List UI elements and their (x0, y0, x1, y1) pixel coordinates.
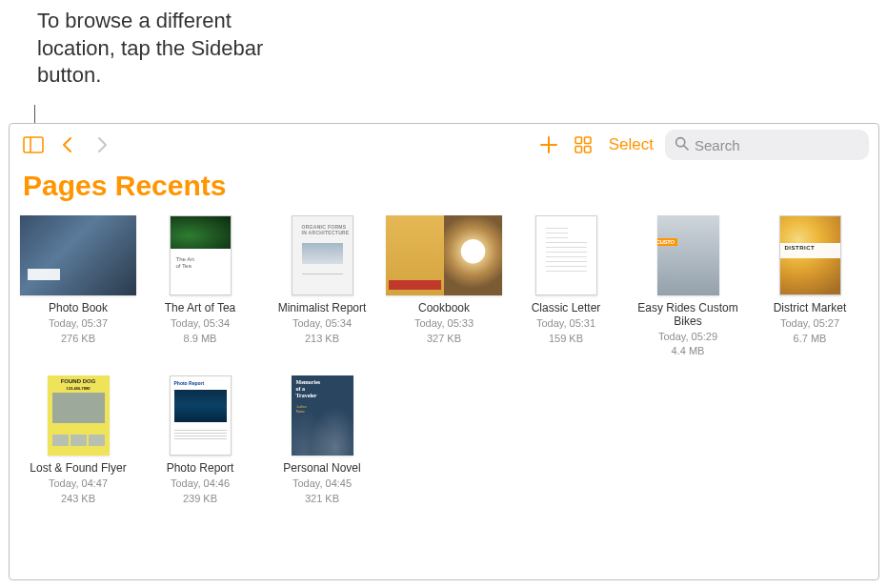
document-time: Today, 04:47 (49, 477, 108, 491)
document-name: Cookbook (418, 302, 470, 315)
back-icon[interactable] (53, 131, 82, 159)
thumbnail (535, 215, 597, 295)
document-item[interactable]: Memoriesof aTravelerAuthorNamePersonal N… (263, 375, 381, 505)
thumbnail: CUSTO (657, 215, 719, 295)
document-item[interactable]: CUSTOEasy Rides Custom BikesToday, 05:29… (629, 215, 747, 358)
svg-rect-5 (584, 137, 591, 144)
document-item[interactable]: DISTRICTDistrict MarketToday, 05:276.7 M… (751, 215, 869, 358)
thumbnail (20, 215, 136, 295)
document-item[interactable]: ORGANIC FORMSIN ARCHITECTUREMinimalist R… (263, 215, 381, 358)
add-icon[interactable] (534, 131, 563, 159)
search-field[interactable] (665, 130, 869, 160)
thumbnail: Photo Report (170, 375, 232, 456)
document-size: 6.7 MB (794, 333, 827, 346)
document-name: Lost & Found Flyer (30, 462, 126, 476)
document-name: Personal Novel (283, 462, 360, 476)
document-time: Today, 05:31 (536, 317, 595, 331)
document-time: Today, 05:29 (658, 331, 717, 344)
document-size: 8.9 MB (184, 333, 217, 346)
document-time: Today, 05:34 (171, 317, 230, 331)
document-name: Photo Report (167, 462, 234, 476)
thumbnail (386, 215, 502, 295)
grid-view-icon[interactable] (569, 131, 597, 159)
document-name: Classic Letter (532, 302, 601, 315)
document-item[interactable]: Photo BookToday, 05:37276 KB (19, 215, 137, 358)
svg-rect-7 (584, 147, 591, 153)
document-size: 213 KB (305, 333, 339, 346)
document-size: 276 KB (61, 333, 95, 346)
sidebar-toggle-icon[interactable] (19, 131, 48, 159)
forward-icon (88, 131, 116, 159)
document-item[interactable]: Classic LetterToday, 05:31159 KB (507, 215, 625, 358)
document-size: 321 KB (305, 493, 339, 506)
document-name: Minimalist Report (278, 302, 367, 315)
document-item[interactable]: Photo ReportPhoto ReportToday, 04:46239 … (141, 375, 259, 505)
select-button[interactable]: Select (609, 135, 654, 154)
toolbar: Select (10, 124, 878, 166)
document-time: Today, 05:37 (49, 317, 108, 331)
document-item[interactable]: CookbookToday, 05:33327 KB (385, 215, 503, 358)
page-title: Pages Recents (23, 170, 878, 202)
svg-rect-4 (575, 137, 582, 144)
document-size: 327 KB (427, 333, 461, 346)
svg-rect-6 (575, 147, 582, 153)
document-name: Photo Book (49, 302, 108, 315)
thumbnail: Memoriesof aTravelerAuthorName (292, 375, 353, 456)
document-time: Today, 05:27 (780, 317, 839, 331)
document-item[interactable]: The Artof TeaThe Art of TeaToday, 05:348… (141, 215, 259, 358)
document-size: 159 KB (549, 333, 583, 346)
thumbnail: FOUND DOG123-456-7890 (48, 375, 110, 456)
document-name: District Market (774, 302, 847, 315)
document-name: The Art of Tea (165, 302, 236, 315)
document-time: Today, 04:46 (171, 477, 230, 491)
document-name: Easy Rides Custom Bikes (635, 302, 740, 329)
document-time: Today, 05:34 (292, 317, 352, 331)
thumbnail: The Artof Tea (170, 215, 232, 295)
search-input[interactable] (695, 137, 859, 153)
document-size: 239 KB (183, 493, 217, 506)
app-window: Select Pages Recents Photo BookToday, 05… (9, 123, 879, 580)
document-time: Today, 04:45 (292, 477, 352, 491)
search-icon (675, 136, 689, 154)
document-size: 243 KB (61, 493, 95, 506)
caption-text: To browse a different location, tap the … (37, 8, 285, 90)
document-size: 4.4 MB (672, 345, 705, 358)
document-time: Today, 05:33 (414, 317, 474, 331)
svg-point-8 (676, 137, 685, 146)
document-item[interactable]: FOUND DOG123-456-7890Lost & Found FlyerT… (19, 375, 137, 505)
svg-rect-0 (24, 137, 43, 152)
svg-line-9 (684, 146, 688, 150)
thumbnail: DISTRICT (779, 215, 841, 295)
documents-grid: Photo BookToday, 05:37276 KBThe Artof Te… (10, 215, 878, 522)
thumbnail: ORGANIC FORMSIN ARCHITECTURE (292, 215, 353, 295)
